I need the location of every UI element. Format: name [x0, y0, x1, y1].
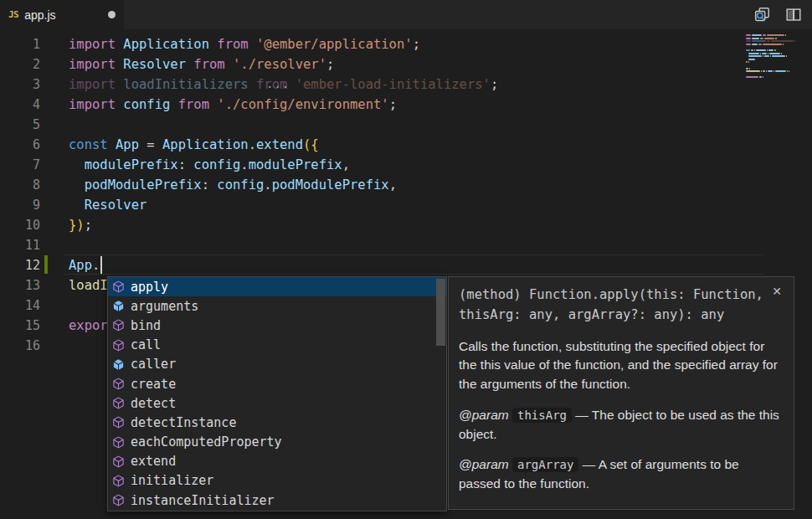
docs-param-argArray: @param argArray — A set of arguments to … — [459, 455, 784, 493]
code-line-3: 3import loadInitializers from 'ember-loa… — [0, 75, 812, 95]
autocomplete-item-create[interactable]: create — [108, 374, 446, 393]
editor-actions — [752, 0, 804, 29]
tab-bar: JS app.js — [0, 0, 812, 29]
docs-signature: (method) Function.apply(this: Function, … — [459, 285, 784, 325]
method-icon — [112, 378, 126, 391]
autocomplete-item-label: create — [131, 377, 176, 392]
autocomplete-item-detectInstance[interactable]: detectInstance — [108, 413, 446, 432]
autocomplete-item-label: initializer — [131, 473, 213, 488]
method-icon — [112, 280, 126, 294]
line-number: 11 — [0, 235, 40, 255]
autocomplete-item-eachComputedProperty[interactable]: eachComputedProperty — [108, 433, 446, 452]
minimap-line — [746, 44, 808, 45]
method-icon — [112, 416, 126, 429]
field-icon — [112, 357, 126, 371]
tab-app-js[interactable]: JS app.js — [0, 0, 124, 29]
text-cursor — [100, 256, 102, 274]
line-number: 15 — [0, 316, 40, 336]
autocomplete-scrollbar[interactable] — [436, 279, 445, 346]
minimap-line — [746, 68, 808, 69]
autocomplete-item-label: instanceInitializer — [131, 493, 275, 508]
code-text: }); — [69, 215, 92, 235]
line-number: 4 — [0, 95, 40, 115]
method-icon — [112, 474, 126, 487]
minimap-line — [746, 55, 808, 57]
autocomplete-item-label: detectInstance — [131, 415, 236, 430]
autocomplete-item-arguments[interactable]: arguments — [108, 296, 446, 316]
autocomplete-item-label: arguments — [131, 299, 198, 314]
line-number: 2 — [0, 54, 40, 75]
field-icon — [112, 300, 126, 313]
docs-description: Calls the function, substituting the spe… — [459, 337, 784, 393]
method-icon — [112, 397, 126, 410]
code-line-7: 7 modulePrefix: config.modulePrefix, — [0, 155, 812, 175]
minimap-line — [746, 80, 808, 81]
autocomplete-item-label: apply — [131, 280, 168, 295]
modified-dot-icon[interactable] — [108, 11, 116, 18]
autocomplete-list[interactable]: applyargumentsbindcallcallercreatedetect… — [107, 276, 447, 511]
code-line-9: 9 Resolver — [0, 195, 812, 215]
line-number: 6 — [0, 135, 40, 155]
minimap-line — [746, 59, 808, 60]
search-editor-icon[interactable] — [752, 5, 772, 25]
docs-param-thisArg: @param thisArg — The object to be used a… — [459, 406, 784, 444]
autocomplete-item-call[interactable]: call — [108, 336, 446, 355]
code-text: import Application from '@ember/applicat… — [69, 34, 420, 54]
js-file-icon: JS — [8, 9, 18, 20]
code-line-6: 6const App = Application.extend({ — [0, 135, 812, 155]
line-number: 10 — [0, 215, 40, 235]
code-line-4: 4import config from './config/environmen… — [0, 95, 812, 115]
minimap-line — [746, 40, 808, 42]
autocomplete-item-label: extend — [131, 454, 176, 469]
close-icon[interactable]: ✕ — [770, 285, 784, 298]
autocomplete-item-label: caller — [131, 357, 176, 372]
method-icon — [112, 455, 126, 468]
line-number: 3 — [0, 75, 40, 95]
autocomplete-item-detect[interactable]: detect — [108, 393, 446, 413]
code-line-12: 12App. — [0, 255, 812, 275]
code-text: modulePrefix: config.modulePrefix, — [69, 155, 350, 175]
code-text: const App = Application.extend({ — [69, 135, 319, 155]
code-line-8: 8 podModulePrefix: config.podModulePrefi… — [0, 175, 812, 195]
code-line-1: 1import Application from '@ember/applica… — [0, 34, 812, 54]
tab-title: app.js — [24, 8, 55, 22]
autocomplete-item-instanceInitializer[interactable]: instanceInitializer — [108, 491, 446, 510]
code-text: import config from './config/environment… — [69, 95, 397, 115]
line-number: 7 — [0, 155, 40, 175]
line-number: 1 — [0, 34, 40, 54]
minimap-line — [746, 38, 808, 39]
autocomplete-item-bind[interactable]: bind — [108, 316, 446, 335]
code-text: Resolver — [69, 195, 146, 215]
split-editor-icon[interactable] — [784, 5, 804, 25]
unused-import-hint-dots: ... — [266, 80, 290, 88]
code-line-11: 11 — [0, 235, 812, 255]
line-number: 8 — [0, 175, 40, 195]
code-line-5: 5 — [0, 115, 812, 135]
autocomplete-item-label: eachComputedProperty — [131, 434, 282, 450]
minimap-line — [746, 74, 808, 75]
autocomplete-item-apply[interactable]: apply — [108, 277, 446, 296]
line-number: 12 — [0, 255, 40, 275]
minimap-line — [746, 46, 808, 48]
code-text: App. — [69, 255, 100, 275]
minimap-line — [746, 76, 808, 78]
line-number: 5 — [0, 115, 40, 135]
autocomplete-docs-panel: ✕ (method) Function.apply(this: Function… — [448, 276, 794, 510]
autocomplete-item-label: detect — [131, 396, 176, 411]
method-icon — [112, 435, 126, 449]
line-number: 9 — [0, 195, 40, 215]
code-text: podModulePrefix: config.podModulePrefix, — [69, 175, 397, 195]
minimap-line — [746, 64, 808, 66]
method-icon — [112, 338, 126, 352]
autocomplete-item-caller[interactable]: caller — [108, 355, 446, 374]
line-number: 14 — [0, 295, 40, 316]
autocomplete-item-extend[interactable]: extend — [108, 452, 446, 471]
autocomplete-item-initializer[interactable]: initializer — [108, 471, 446, 491]
method-icon — [112, 319, 126, 332]
code-line-2: 2import Resolver from './resolver'; — [0, 54, 812, 75]
line-number: 16 — [0, 336, 40, 356]
code-line-10: 10}); — [0, 215, 812, 235]
line-number: 13 — [0, 275, 40, 295]
minimap[interactable] — [746, 34, 808, 83]
autocomplete-item-label: call — [131, 337, 161, 352]
